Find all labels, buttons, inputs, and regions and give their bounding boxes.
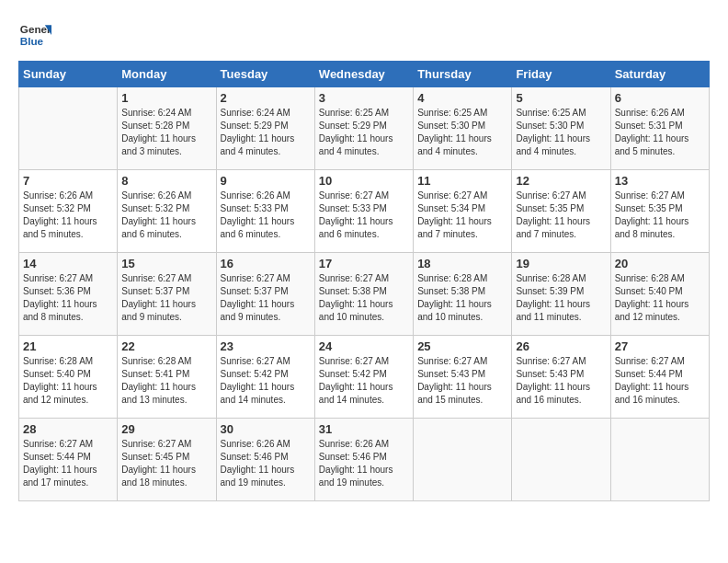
day-info: Sunrise: 6:28 AM Sunset: 5:39 PM Dayligh…	[516, 272, 606, 324]
day-number: 10	[319, 174, 409, 188]
day-info: Sunrise: 6:27 AM Sunset: 5:42 PM Dayligh…	[221, 355, 311, 407]
calendar-cell: 8Sunrise: 6:26 AM Sunset: 5:32 PM Daylig…	[118, 170, 216, 253]
day-number: 15	[121, 257, 211, 270]
day-number: 9	[221, 174, 311, 188]
day-number: 4	[417, 91, 507, 105]
day-number: 20	[615, 257, 705, 270]
day-number: 6	[615, 91, 705, 105]
calendar-cell	[512, 419, 610, 501]
calendar-cell: 4Sunrise: 6:25 AM Sunset: 5:30 PM Daylig…	[414, 87, 512, 170]
calendar-table: SundayMondayTuesdayWednesdayThursdayFrid…	[18, 61, 710, 501]
calendar-cell: 5Sunrise: 6:25 AM Sunset: 5:30 PM Daylig…	[512, 87, 610, 170]
day-number: 3	[319, 91, 409, 105]
calendar-cell: 22Sunrise: 6:28 AM Sunset: 5:41 PM Dayli…	[118, 336, 216, 419]
day-number: 22	[121, 339, 211, 353]
day-info: Sunrise: 6:27 AM Sunset: 5:37 PM Dayligh…	[121, 272, 211, 324]
day-header-friday: Friday	[512, 62, 610, 87]
calendar-cell: 24Sunrise: 6:27 AM Sunset: 5:42 PM Dayli…	[314, 336, 413, 419]
calendar-cell: 11Sunrise: 6:27 AM Sunset: 5:34 PM Dayli…	[414, 170, 512, 253]
day-info: Sunrise: 6:27 AM Sunset: 5:33 PM Dayligh…	[319, 190, 409, 241]
day-info: Sunrise: 6:27 AM Sunset: 5:43 PM Dayligh…	[516, 355, 606, 407]
day-info: Sunrise: 6:27 AM Sunset: 5:45 PM Dayligh…	[121, 438, 211, 489]
day-number: 25	[417, 339, 507, 353]
day-number: 12	[516, 174, 606, 188]
calendar-cell: 28Sunrise: 6:27 AM Sunset: 5:44 PM Dayli…	[19, 419, 118, 501]
calendar-header-row: SundayMondayTuesdayWednesdayThursdayFrid…	[19, 62, 710, 87]
calendar-cell: 1Sunrise: 6:24 AM Sunset: 5:28 PM Daylig…	[118, 87, 216, 170]
day-info: Sunrise: 6:25 AM Sunset: 5:30 PM Dayligh…	[417, 107, 507, 158]
day-header-sunday: Sunday	[19, 62, 118, 87]
day-number: 31	[319, 422, 409, 436]
day-info: Sunrise: 6:27 AM Sunset: 5:37 PM Dayligh…	[221, 272, 311, 324]
day-info: Sunrise: 6:25 AM Sunset: 5:29 PM Dayligh…	[319, 107, 409, 158]
day-number: 5	[516, 91, 606, 105]
day-info: Sunrise: 6:26 AM Sunset: 5:32 PM Dayligh…	[121, 190, 211, 241]
day-info: Sunrise: 6:28 AM Sunset: 5:38 PM Dayligh…	[417, 272, 507, 324]
calendar-week-row: 28Sunrise: 6:27 AM Sunset: 5:44 PM Dayli…	[19, 419, 710, 501]
calendar-cell: 21Sunrise: 6:28 AM Sunset: 5:40 PM Dayli…	[19, 336, 118, 419]
calendar-cell: 2Sunrise: 6:24 AM Sunset: 5:29 PM Daylig…	[216, 87, 314, 170]
calendar-cell: 25Sunrise: 6:27 AM Sunset: 5:43 PM Dayli…	[414, 336, 512, 419]
day-number: 2	[221, 91, 311, 105]
day-info: Sunrise: 6:26 AM Sunset: 5:32 PM Dayligh…	[23, 190, 113, 241]
day-info: Sunrise: 6:27 AM Sunset: 5:44 PM Dayligh…	[615, 355, 705, 407]
calendar-week-row: 1Sunrise: 6:24 AM Sunset: 5:28 PM Daylig…	[19, 87, 710, 170]
calendar-cell: 14Sunrise: 6:27 AM Sunset: 5:36 PM Dayli…	[19, 253, 118, 336]
day-info: Sunrise: 6:27 AM Sunset: 5:35 PM Dayligh…	[615, 190, 705, 241]
svg-text:General: General	[20, 23, 51, 35]
calendar-cell: 29Sunrise: 6:27 AM Sunset: 5:45 PM Dayli…	[118, 419, 216, 501]
calendar-cell: 18Sunrise: 6:28 AM Sunset: 5:38 PM Dayli…	[414, 253, 512, 336]
day-info: Sunrise: 6:28 AM Sunset: 5:40 PM Dayligh…	[615, 272, 705, 324]
day-info: Sunrise: 6:24 AM Sunset: 5:29 PM Dayligh…	[221, 107, 311, 158]
day-number: 27	[615, 339, 705, 353]
day-info: Sunrise: 6:24 AM Sunset: 5:28 PM Dayligh…	[121, 107, 211, 158]
calendar-cell: 26Sunrise: 6:27 AM Sunset: 5:43 PM Dayli…	[512, 336, 610, 419]
day-info: Sunrise: 6:27 AM Sunset: 5:34 PM Dayligh…	[417, 190, 507, 241]
day-number: 7	[23, 174, 113, 188]
calendar-cell: 7Sunrise: 6:26 AM Sunset: 5:32 PM Daylig…	[19, 170, 118, 253]
calendar-cell: 27Sunrise: 6:27 AM Sunset: 5:44 PM Dayli…	[610, 336, 709, 419]
day-number: 28	[23, 422, 113, 436]
calendar-cell	[610, 419, 709, 501]
calendar-cell	[19, 87, 118, 170]
day-info: Sunrise: 6:27 AM Sunset: 5:38 PM Dayligh…	[319, 272, 409, 324]
calendar-body: 1Sunrise: 6:24 AM Sunset: 5:28 PM Daylig…	[19, 87, 710, 501]
calendar-cell: 30Sunrise: 6:26 AM Sunset: 5:46 PM Dayli…	[216, 419, 314, 501]
day-info: Sunrise: 6:27 AM Sunset: 5:43 PM Dayligh…	[417, 355, 507, 407]
day-info: Sunrise: 6:28 AM Sunset: 5:41 PM Dayligh…	[121, 355, 211, 407]
day-info: Sunrise: 6:27 AM Sunset: 5:36 PM Dayligh…	[23, 272, 113, 324]
calendar-cell: 17Sunrise: 6:27 AM Sunset: 5:38 PM Dayli…	[314, 253, 413, 336]
day-number: 16	[221, 257, 311, 270]
svg-text:Blue: Blue	[20, 35, 44, 47]
calendar-cell: 3Sunrise: 6:25 AM Sunset: 5:29 PM Daylig…	[314, 87, 413, 170]
day-header-thursday: Thursday	[414, 62, 512, 87]
calendar-cell: 12Sunrise: 6:27 AM Sunset: 5:35 PM Dayli…	[512, 170, 610, 253]
day-info: Sunrise: 6:27 AM Sunset: 5:44 PM Dayligh…	[23, 438, 113, 489]
logo-icon: General Blue	[18, 18, 51, 52]
day-info: Sunrise: 6:27 AM Sunset: 5:35 PM Dayligh…	[516, 190, 606, 241]
day-number: 14	[23, 257, 113, 270]
day-number: 17	[319, 257, 409, 270]
day-info: Sunrise: 6:26 AM Sunset: 5:31 PM Dayligh…	[615, 107, 705, 158]
day-header-saturday: Saturday	[610, 62, 709, 87]
day-info: Sunrise: 6:26 AM Sunset: 5:46 PM Dayligh…	[221, 438, 311, 489]
logo: General Blue	[18, 18, 51, 52]
calendar-week-row: 14Sunrise: 6:27 AM Sunset: 5:36 PM Dayli…	[19, 253, 710, 336]
day-number: 18	[417, 257, 507, 270]
page-header: General Blue	[18, 18, 710, 52]
day-number: 11	[417, 174, 507, 188]
day-number: 1	[121, 91, 211, 105]
day-number: 19	[516, 257, 606, 270]
day-number: 30	[221, 422, 311, 436]
day-info: Sunrise: 6:26 AM Sunset: 5:46 PM Dayligh…	[319, 438, 409, 489]
day-number: 21	[23, 339, 113, 353]
day-header-monday: Monday	[118, 62, 216, 87]
calendar-cell: 16Sunrise: 6:27 AM Sunset: 5:37 PM Dayli…	[216, 253, 314, 336]
day-info: Sunrise: 6:25 AM Sunset: 5:30 PM Dayligh…	[516, 107, 606, 158]
day-info: Sunrise: 6:26 AM Sunset: 5:33 PM Dayligh…	[221, 190, 311, 241]
calendar-cell	[414, 419, 512, 501]
calendar-cell: 13Sunrise: 6:27 AM Sunset: 5:35 PM Dayli…	[610, 170, 709, 253]
day-header-tuesday: Tuesday	[216, 62, 314, 87]
day-info: Sunrise: 6:27 AM Sunset: 5:42 PM Dayligh…	[319, 355, 409, 407]
calendar-cell: 19Sunrise: 6:28 AM Sunset: 5:39 PM Dayli…	[512, 253, 610, 336]
